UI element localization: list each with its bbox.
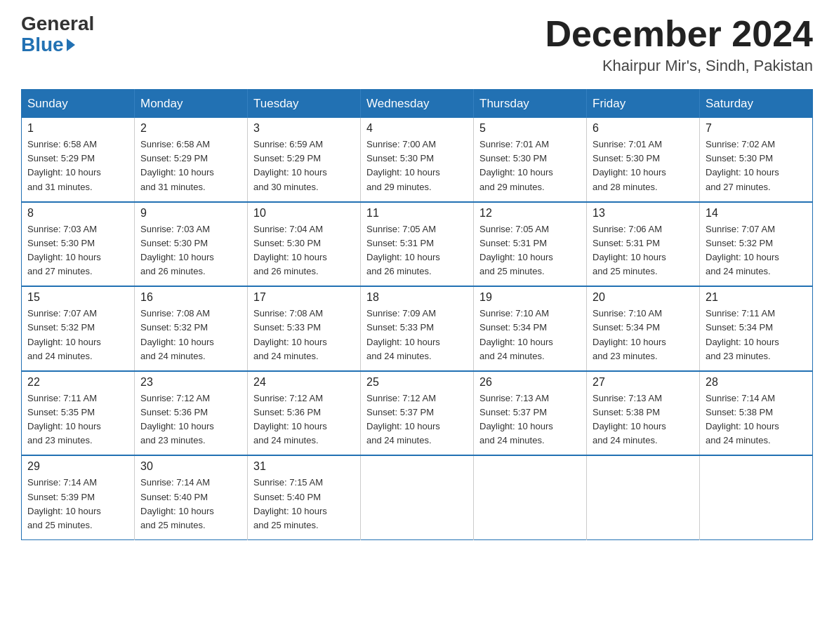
- calendar-day-cell: 17Sunrise: 7:08 AMSunset: 5:33 PMDayligh…: [248, 286, 361, 371]
- calendar-week-row: 15Sunrise: 7:07 AMSunset: 5:32 PMDayligh…: [22, 286, 813, 371]
- day-number: 14: [706, 207, 807, 220]
- calendar-day-cell: 26Sunrise: 7:13 AMSunset: 5:37 PMDayligh…: [474, 371, 587, 456]
- calendar-week-row: 22Sunrise: 7:11 AMSunset: 5:35 PMDayligh…: [22, 371, 813, 456]
- calendar-day-cell: 25Sunrise: 7:12 AMSunset: 5:37 PMDayligh…: [361, 371, 474, 456]
- calendar-day-cell: 4Sunrise: 7:00 AMSunset: 5:30 PMDaylight…: [361, 118, 474, 202]
- calendar-week-row: 29Sunrise: 7:14 AMSunset: 5:39 PMDayligh…: [22, 455, 813, 539]
- day-info: Sunrise: 7:06 AMSunset: 5:31 PMDaylight:…: [593, 222, 694, 279]
- day-info: Sunrise: 7:13 AMSunset: 5:37 PMDaylight:…: [479, 391, 581, 448]
- calendar-day-cell: 7Sunrise: 7:02 AMSunset: 5:30 PMDaylight…: [700, 118, 813, 202]
- day-number: 20: [593, 291, 694, 304]
- calendar-day-cell: 24Sunrise: 7:12 AMSunset: 5:36 PMDayligh…: [248, 371, 361, 456]
- day-number: 21: [706, 291, 807, 304]
- day-number: 15: [27, 291, 128, 304]
- calendar-table: SundayMondayTuesdayWednesdayThursdayFrid…: [21, 89, 813, 540]
- calendar-day-cell: 9Sunrise: 7:03 AMSunset: 5:30 PMDaylight…: [135, 202, 248, 287]
- calendar-day-cell: 16Sunrise: 7:08 AMSunset: 5:32 PMDayligh…: [135, 286, 248, 371]
- day-number: 12: [479, 207, 581, 220]
- day-info: Sunrise: 7:01 AMSunset: 5:30 PMDaylight:…: [479, 137, 581, 194]
- day-info: Sunrise: 7:05 AMSunset: 5:31 PMDaylight:…: [366, 222, 468, 279]
- logo: General Blue: [21, 14, 94, 56]
- day-number: 4: [366, 122, 468, 135]
- day-number: 7: [706, 122, 807, 135]
- calendar-day-cell: [587, 455, 700, 539]
- day-info: Sunrise: 7:15 AMSunset: 5:40 PMDaylight:…: [253, 476, 355, 532]
- calendar-day-cell: 28Sunrise: 7:14 AMSunset: 5:38 PMDayligh…: [700, 371, 813, 456]
- day-info: Sunrise: 7:11 AMSunset: 5:35 PMDaylight:…: [27, 391, 128, 448]
- calendar-day-cell: 10Sunrise: 7:04 AMSunset: 5:30 PMDayligh…: [248, 202, 361, 287]
- calendar-day-cell: 29Sunrise: 7:14 AMSunset: 5:39 PMDayligh…: [22, 455, 135, 539]
- calendar-header-sunday: Sunday: [22, 90, 135, 119]
- calendar-day-cell: 20Sunrise: 7:10 AMSunset: 5:34 PMDayligh…: [587, 286, 700, 371]
- day-info: Sunrise: 7:14 AMSunset: 5:40 PMDaylight:…: [140, 476, 241, 532]
- calendar-day-cell: [361, 455, 474, 539]
- day-info: Sunrise: 7:14 AMSunset: 5:38 PMDaylight:…: [706, 391, 807, 448]
- day-number: 10: [253, 207, 355, 220]
- calendar-day-cell: 19Sunrise: 7:10 AMSunset: 5:34 PMDayligh…: [474, 286, 587, 371]
- calendar-day-cell: 21Sunrise: 7:11 AMSunset: 5:34 PMDayligh…: [700, 286, 813, 371]
- day-number: 16: [140, 291, 241, 304]
- calendar-header-monday: Monday: [135, 90, 248, 119]
- day-info: Sunrise: 7:11 AMSunset: 5:34 PMDaylight:…: [706, 307, 807, 363]
- day-info: Sunrise: 6:58 AMSunset: 5:29 PMDaylight:…: [27, 137, 128, 194]
- day-number: 9: [140, 207, 241, 220]
- calendar-week-row: 8Sunrise: 7:03 AMSunset: 5:30 PMDaylight…: [22, 202, 813, 287]
- day-info: Sunrise: 7:08 AMSunset: 5:33 PMDaylight:…: [253, 307, 355, 363]
- calendar-day-cell: 27Sunrise: 7:13 AMSunset: 5:38 PMDayligh…: [587, 371, 700, 456]
- day-info: Sunrise: 7:08 AMSunset: 5:32 PMDaylight:…: [140, 307, 241, 363]
- day-info: Sunrise: 7:12 AMSunset: 5:36 PMDaylight:…: [140, 391, 241, 448]
- day-number: 27: [593, 376, 694, 389]
- calendar-day-cell: 13Sunrise: 7:06 AMSunset: 5:31 PMDayligh…: [587, 202, 700, 287]
- logo-blue-text: Blue: [21, 34, 75, 56]
- calendar-day-cell: 5Sunrise: 7:01 AMSunset: 5:30 PMDaylight…: [474, 118, 587, 202]
- page-header: General Blue December 2024 Khairpur Mir'…: [21, 14, 813, 75]
- day-number: 22: [27, 376, 128, 389]
- day-number: 8: [27, 207, 128, 220]
- day-info: Sunrise: 7:04 AMSunset: 5:30 PMDaylight:…: [253, 222, 355, 279]
- calendar-day-cell: 18Sunrise: 7:09 AMSunset: 5:33 PMDayligh…: [361, 286, 474, 371]
- calendar-header-friday: Friday: [587, 90, 700, 119]
- day-info: Sunrise: 6:59 AMSunset: 5:29 PMDaylight:…: [253, 137, 355, 194]
- day-info: Sunrise: 7:00 AMSunset: 5:30 PMDaylight:…: [366, 137, 468, 194]
- calendar-day-cell: 8Sunrise: 7:03 AMSunset: 5:30 PMDaylight…: [22, 202, 135, 287]
- calendar-day-cell: 6Sunrise: 7:01 AMSunset: 5:30 PMDaylight…: [587, 118, 700, 202]
- day-number: 5: [479, 122, 581, 135]
- day-number: 30: [140, 460, 241, 473]
- calendar-day-cell: 30Sunrise: 7:14 AMSunset: 5:40 PMDayligh…: [135, 455, 248, 539]
- day-number: 31: [253, 460, 355, 473]
- day-info: Sunrise: 7:01 AMSunset: 5:30 PMDaylight:…: [593, 137, 694, 194]
- month-title: December 2024: [545, 14, 813, 54]
- day-info: Sunrise: 7:03 AMSunset: 5:30 PMDaylight:…: [27, 222, 128, 279]
- day-number: 29: [27, 460, 128, 473]
- day-info: Sunrise: 7:09 AMSunset: 5:33 PMDaylight:…: [366, 307, 468, 363]
- calendar-day-cell: [474, 455, 587, 539]
- calendar-header-row: SundayMondayTuesdayWednesdayThursdayFrid…: [22, 90, 813, 119]
- calendar-week-row: 1Sunrise: 6:58 AMSunset: 5:29 PMDaylight…: [22, 118, 813, 202]
- day-number: 11: [366, 207, 468, 220]
- calendar-day-cell: 11Sunrise: 7:05 AMSunset: 5:31 PMDayligh…: [361, 202, 474, 287]
- calendar-day-cell: 2Sunrise: 6:58 AMSunset: 5:29 PMDaylight…: [135, 118, 248, 202]
- day-info: Sunrise: 7:13 AMSunset: 5:38 PMDaylight:…: [593, 391, 694, 448]
- calendar-day-cell: [700, 455, 813, 539]
- day-info: Sunrise: 7:03 AMSunset: 5:30 PMDaylight:…: [140, 222, 241, 279]
- day-number: 1: [27, 122, 128, 135]
- location-subtitle: Khairpur Mir's, Sindh, Pakistan: [545, 57, 813, 75]
- day-info: Sunrise: 7:05 AMSunset: 5:31 PMDaylight:…: [479, 222, 581, 279]
- day-info: Sunrise: 7:10 AMSunset: 5:34 PMDaylight:…: [479, 307, 581, 363]
- calendar-header-wednesday: Wednesday: [361, 90, 474, 119]
- day-number: 28: [706, 376, 807, 389]
- day-number: 18: [366, 291, 468, 304]
- calendar-day-cell: 31Sunrise: 7:15 AMSunset: 5:40 PMDayligh…: [248, 455, 361, 539]
- title-block: December 2024 Khairpur Mir's, Sindh, Pak…: [545, 14, 813, 75]
- day-number: 17: [253, 291, 355, 304]
- day-number: 24: [253, 376, 355, 389]
- day-info: Sunrise: 6:58 AMSunset: 5:29 PMDaylight:…: [140, 137, 241, 194]
- day-info: Sunrise: 7:10 AMSunset: 5:34 PMDaylight:…: [593, 307, 694, 363]
- day-number: 23: [140, 376, 241, 389]
- calendar-day-cell: 23Sunrise: 7:12 AMSunset: 5:36 PMDayligh…: [135, 371, 248, 456]
- day-number: 3: [253, 122, 355, 135]
- day-number: 26: [479, 376, 581, 389]
- day-number: 6: [593, 122, 694, 135]
- day-info: Sunrise: 7:12 AMSunset: 5:36 PMDaylight:…: [253, 391, 355, 448]
- calendar-day-cell: 14Sunrise: 7:07 AMSunset: 5:32 PMDayligh…: [700, 202, 813, 287]
